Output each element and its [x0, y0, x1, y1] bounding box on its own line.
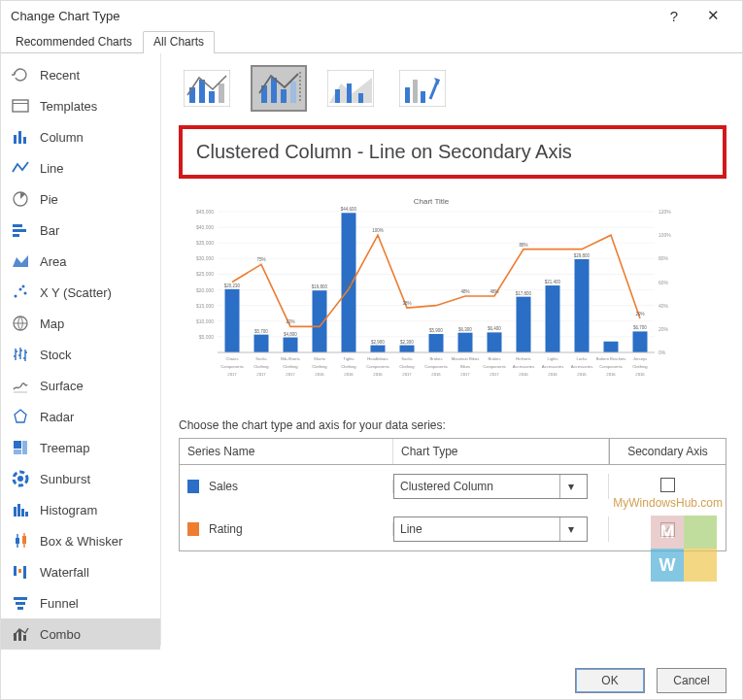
svg-text:40%: 40% — [659, 303, 669, 309]
sidebar-item-label: Sunburst — [40, 472, 90, 486]
svg-text:Mountain Bikes: Mountain Bikes — [452, 356, 480, 361]
subtype-custom-combo[interactable] — [394, 65, 451, 112]
sidebar-item-box-whisker[interactable]: Box & Whisker — [1, 525, 160, 556]
svg-rect-81 — [225, 289, 240, 352]
sidebar-item-sunburst[interactable]: Sunburst — [1, 463, 160, 494]
svg-text:2017: 2017 — [227, 372, 237, 377]
help-button[interactable]: ? — [655, 8, 693, 24]
svg-rect-108 — [633, 331, 648, 352]
column-icon — [11, 127, 30, 147]
svg-text:Tights: Tights — [343, 356, 354, 361]
svg-rect-1 — [13, 103, 28, 104]
svg-text:$5,900: $5,900 — [429, 328, 443, 333]
sidebar-item-label: Column — [40, 130, 84, 145]
series-swatch-sales — [187, 480, 199, 493]
watermark-text: MyWindowsHub.com — [613, 496, 723, 510]
svg-rect-85 — [284, 338, 298, 352]
svg-point-11 — [19, 288, 22, 291]
sidebar-item-label: Area — [40, 254, 66, 269]
svg-rect-87 — [313, 290, 327, 352]
sidebar-item-label: Surface — [40, 379, 84, 393]
svg-rect-101 — [517, 297, 531, 352]
svg-text:Components: Components — [483, 364, 506, 369]
sidebar-item-label: Combo — [40, 627, 81, 642]
svg-rect-91 — [371, 346, 386, 352]
sidebar-item-scatter[interactable]: X Y (Scatter) — [1, 277, 160, 308]
ok-button[interactable]: OK — [575, 668, 645, 693]
sidebar-item-area[interactable]: Area — [1, 246, 160, 277]
svg-rect-97 — [458, 333, 473, 352]
svg-rect-44 — [290, 82, 296, 103]
svg-text:88%: 88% — [519, 243, 527, 248]
svg-text:38%: 38% — [402, 301, 411, 306]
sidebar-item-treemap[interactable]: Treemap — [1, 432, 160, 463]
svg-rect-30 — [14, 597, 27, 600]
svg-text:Bottom Brackets: Bottom Brackets — [596, 356, 626, 361]
svg-text:Accessories: Accessories — [513, 364, 535, 369]
sidebar-item-radar[interactable]: Radar — [1, 401, 160, 432]
sidebar-item-funnel[interactable]: Funnel — [1, 587, 160, 618]
svg-text:2017: 2017 — [460, 372, 470, 377]
svg-rect-3 — [18, 131, 21, 144]
chart-type-dropdown-sales[interactable]: Clustered Column ▾ — [393, 474, 588, 499]
sidebar-item-stock[interactable]: Stock — [1, 339, 160, 370]
svg-text:2016: 2016 — [315, 372, 324, 377]
right-panel: Clustered Column - Line on Secondary Axi… — [161, 53, 742, 646]
sidebar-item-surface[interactable]: Surface — [1, 370, 160, 401]
subtype-stacked-area-column[interactable] — [322, 65, 379, 112]
svg-point-10 — [15, 295, 17, 298]
svg-text:29%: 29% — [635, 312, 644, 317]
svg-text:Jerseys: Jerseys — [633, 356, 647, 361]
svg-text:Accessories: Accessories — [542, 364, 564, 369]
sidebar-item-histogram[interactable]: Histogram — [1, 494, 160, 525]
series-grid: Series Name Chart Type Secondary Axis Sa… — [179, 438, 726, 551]
sidebar-item-combo[interactable]: Combo — [1, 618, 160, 650]
sidebar-item-map[interactable]: Map — [1, 308, 160, 339]
svg-rect-52 — [405, 87, 410, 103]
close-button[interactable]: ✕ — [693, 7, 732, 24]
sidebar-item-recent[interactable]: Recent — [1, 59, 160, 90]
svg-text:$20,230: $20,230 — [224, 283, 241, 288]
chart-type-dropdown-rating[interactable]: Line ▾ — [393, 517, 588, 542]
svg-text:22%: 22% — [286, 319, 294, 324]
svg-text:2016: 2016 — [606, 372, 616, 377]
svg-text:2017: 2017 — [402, 372, 412, 377]
sidebar-item-line[interactable]: Line — [1, 152, 160, 183]
templates-icon — [11, 96, 30, 116]
pie-icon — [11, 189, 30, 209]
svg-text:48%: 48% — [460, 289, 469, 294]
sidebar-item-bar[interactable]: Bar — [1, 215, 160, 246]
svg-text:Components: Components — [599, 364, 623, 369]
svg-text:$17,800: $17,800 — [516, 291, 532, 296]
subtype-clustered-column-line[interactable] — [179, 65, 235, 112]
sidebar-item-label: Treemap — [40, 441, 90, 455]
subtype-clustered-column-line-secondary[interactable] — [251, 65, 307, 112]
svg-rect-18 — [14, 450, 21, 454]
svg-text:Components: Components — [220, 364, 244, 369]
radar-icon — [11, 407, 30, 426]
svg-text:Handlebars: Handlebars — [367, 356, 388, 361]
cancel-button[interactable]: Cancel — [657, 668, 726, 693]
svg-rect-54 — [421, 91, 425, 103]
sidebar-item-templates[interactable]: Templates — [1, 90, 160, 121]
sidebar-item-label: Histogram — [40, 503, 97, 517]
svg-text:Clothing: Clothing — [283, 364, 298, 369]
svg-text:$21,400: $21,400 — [545, 280, 561, 284]
svg-text:Brakes: Brakes — [429, 356, 442, 361]
box-whisker-icon — [11, 531, 30, 550]
sidebar-item-column[interactable]: Column — [1, 121, 160, 152]
svg-text:2016: 2016 — [548, 372, 557, 377]
sidebar-item-label: Box & Whisker — [40, 534, 122, 549]
svg-text:Components: Components — [424, 364, 448, 369]
svg-text:Clothing: Clothing — [399, 364, 415, 369]
chart-preview[interactable]: Chart Title$5,000$10,000$15,000$20,000$2… — [179, 192, 684, 401]
sidebar-item-pie[interactable]: Pie — [1, 183, 160, 215]
sidebar-item-waterfall[interactable]: Waterfall — [1, 556, 160, 587]
svg-text:$5,000: $5,000 — [199, 334, 215, 340]
tab-recommended-charts[interactable]: Recommended Charts — [5, 31, 143, 53]
svg-text:$40,000: $40,000 — [196, 224, 214, 230]
svg-rect-6 — [13, 224, 22, 227]
svg-text:$19,800: $19,800 — [312, 284, 328, 289]
secondary-axis-checkbox-sales[interactable] — [660, 478, 675, 492]
tab-all-charts[interactable]: All Charts — [143, 31, 215, 53]
